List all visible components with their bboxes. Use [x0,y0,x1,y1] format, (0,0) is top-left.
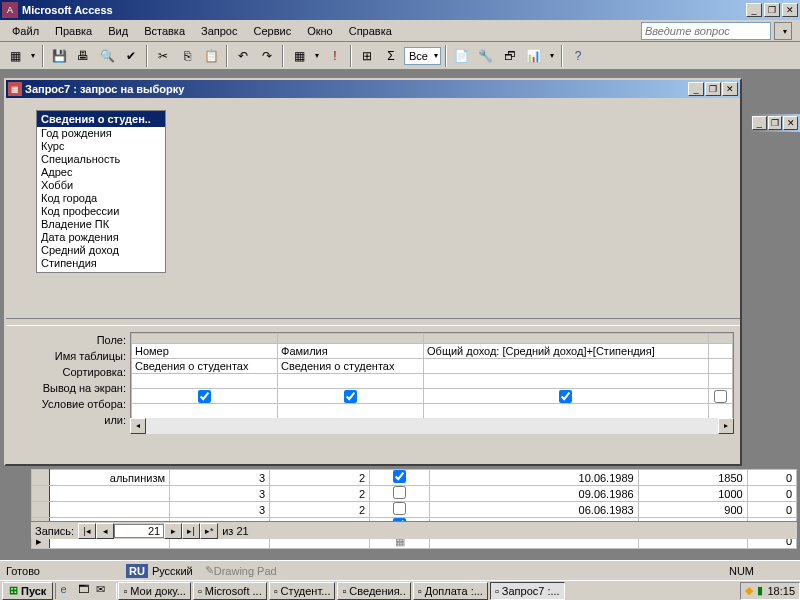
dbwindow-icon[interactable]: 🗗 [499,45,521,67]
spell-icon[interactable]: ✔ [120,45,142,67]
qwin-minimize-button[interactable]: _ [688,82,704,96]
field-list[interactable]: Сведения о студен.. Год рожденияКурсСпец… [36,110,166,273]
data-cell[interactable]: 06.06.1983 [430,502,639,518]
row-header[interactable] [32,486,50,502]
build-icon[interactable]: 🔧 [475,45,497,67]
grid-cell-field[interactable]: Общий доход: [Средний доход]+[Стипендия] [424,344,709,359]
menu-window[interactable]: Окно [299,23,341,39]
data-cell[interactable]: 900 [638,502,747,518]
question-input[interactable] [641,22,771,40]
grid-cell-table[interactable]: Сведения о студентах [132,359,278,374]
grid-show-checkbox[interactable] [344,390,357,403]
scroll-track[interactable] [146,418,718,434]
newobj-dropdown-icon[interactable]: ▾ [547,45,557,67]
menu-view[interactable]: Вид [100,23,136,39]
view-dropdown-icon[interactable]: ▾ [28,45,38,67]
data-cell[interactable]: 3 [170,502,270,518]
recnav-prev-icon[interactable]: ◂ [96,523,114,539]
data-cell[interactable]: 1850 [638,470,747,486]
menu-tools[interactable]: Сервис [245,23,299,39]
data-cell[interactable] [370,502,430,518]
grid-cell-table[interactable] [424,359,709,374]
grid-cell-sort[interactable] [424,374,709,389]
top-values-combo[interactable]: Все [404,47,441,65]
grid-cell-field[interactable]: Фамилия [278,344,424,359]
ql-desktop-icon[interactable]: 🗔 [78,583,94,599]
grid-cell-show[interactable] [424,389,709,404]
row-header[interactable] [32,502,50,518]
bg-restore-button[interactable]: ❐ [768,116,783,130]
querytype-dropdown-icon[interactable]: ▾ [312,45,322,67]
data-cell[interactable]: 09.06.1986 [430,486,639,502]
data-cell[interactable] [370,470,430,486]
query-tables-pane[interactable]: Сведения о студен.. Год рожденияКурсСпец… [6,98,740,318]
grid-cell-sort[interactable] [132,374,278,389]
menu-insert[interactable]: Вставка [136,23,193,39]
save-icon[interactable]: 💾 [48,45,70,67]
lang-indicator[interactable]: RU [126,564,148,578]
taskbar-button[interactable]: ▫Сведения.. [337,582,410,600]
data-cell[interactable]: альпинизм [50,470,170,486]
close-button[interactable]: ✕ [782,3,798,17]
grid-show-checkbox[interactable] [559,390,572,403]
cut-icon[interactable]: ✂ [152,45,174,67]
grid-show-checkbox[interactable] [198,390,211,403]
field-list-title[interactable]: Сведения о студен.. [37,111,165,127]
data-cell[interactable]: 2 [270,470,370,486]
grid-cell-show[interactable] [708,389,732,404]
grid-cell-criteria[interactable] [132,404,278,419]
menu-edit[interactable]: Правка [47,23,100,39]
restore-button[interactable]: ❐ [764,3,780,17]
data-cell[interactable]: 1000 [638,486,747,502]
grid-cell-show[interactable] [132,389,278,404]
preview-icon[interactable]: 🔍 [96,45,118,67]
redo-icon[interactable]: ↷ [256,45,278,67]
paste-icon[interactable]: 📋 [200,45,222,67]
tray-icon-2[interactable]: ▮ [757,584,763,597]
menu-file[interactable]: Файл [4,23,47,39]
field-list-item[interactable]: Адрес [37,166,165,179]
data-cell[interactable]: 0 [747,486,796,502]
question-box[interactable]: ▾ [641,22,792,40]
showtable-icon[interactable]: ⊞ [356,45,378,67]
ql-ie-icon[interactable]: e [60,583,76,599]
print-icon[interactable]: 🖶 [72,45,94,67]
grid-cell-criteria[interactable] [708,404,732,419]
copy-icon[interactable]: ⎘ [176,45,198,67]
recnav-new-icon[interactable]: ▸* [200,523,218,539]
column-selector[interactable] [132,334,278,344]
grid-cell-criteria[interactable] [278,404,424,419]
grid-cell-sort[interactable] [278,374,424,389]
grid-cell-show[interactable] [278,389,424,404]
field-list-item[interactable]: Стипендия [37,257,165,270]
field-list-item[interactable]: Код профессии [37,205,165,218]
data-cell[interactable] [370,486,430,502]
tray-icon-1[interactable]: ◆ [745,584,753,597]
grid-hscrollbar[interactable]: ◂ ▸ [130,418,734,434]
data-cell[interactable]: 2 [270,502,370,518]
view-button[interactable]: ▦ [4,45,26,67]
scroll-right-icon[interactable]: ▸ [718,418,734,434]
field-list-item[interactable]: Специальность [37,153,165,166]
grid-cell-sort[interactable] [708,374,732,389]
minimize-button[interactable]: _ [746,3,762,17]
field-list-item[interactable]: Владение ПК [37,218,165,231]
qwin-restore-button[interactable]: ❐ [705,82,721,96]
data-cell[interactable] [50,486,170,502]
grid-show-checkbox[interactable] [714,390,727,403]
query-window-titlebar[interactable]: ▦ Запрос7 : запрос на выборку _ ❐ ✕ [6,80,740,98]
grid-cell-table[interactable]: Сведения о студентах [278,359,424,374]
grid-cell-field[interactable]: Номер [132,344,278,359]
data-cell[interactable]: 0 [747,470,796,486]
question-dropdown-icon[interactable]: ▾ [774,22,792,40]
data-cell[interactable]: 2 [270,486,370,502]
bg-close-button[interactable]: ✕ [783,116,798,130]
field-list-item[interactable]: Курс [37,140,165,153]
pane-splitter[interactable] [6,318,740,326]
system-tray[interactable]: ◆ ▮ 18:15 [740,582,800,600]
row-header[interactable] [32,470,50,486]
data-cell[interactable]: 0 [747,502,796,518]
data-cell[interactable]: 3 [170,470,270,486]
ql-mail-icon[interactable]: ✉ [96,583,112,599]
recnav-first-icon[interactable]: |◂ [78,523,96,539]
